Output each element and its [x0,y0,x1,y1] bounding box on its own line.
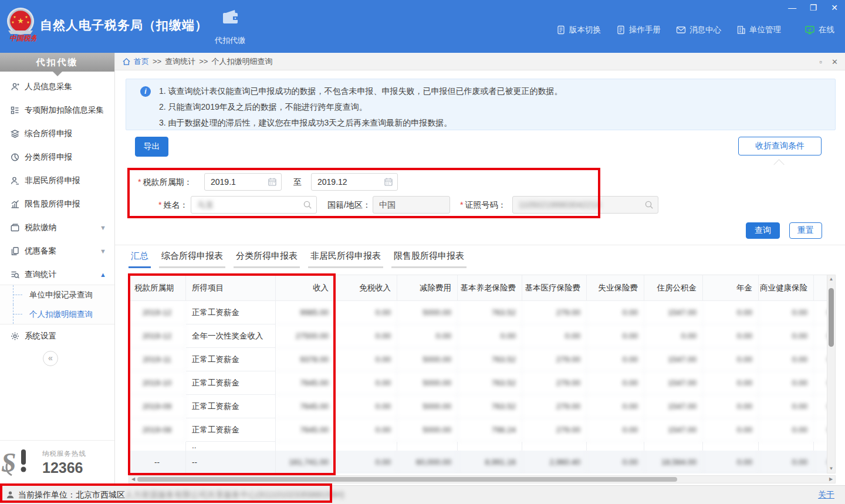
table-row: .. [129,442,827,451]
home-icon[interactable] [122,57,131,66]
breadcrumb-home[interactable]: 首页 [134,56,149,67]
table-cell: 0.00 [703,371,759,395]
scroll-up-arrow[interactable]: ▲ [827,275,835,283]
sidebar-item-query-statistics[interactable]: 查询统计 ▲ [0,263,114,286]
sidebar-item-special-deduction[interactable]: 专项附加扣除信息采集 [0,99,114,122]
panel-maximize-icon[interactable]: ▫ [819,57,822,66]
svg-text:中国税务: 中国税务 [9,34,36,42]
tab-withholding-module[interactable]: 代扣代缴 [207,8,254,46]
table-header-cell: 商业健康保险 [759,275,814,301]
search-list-icon [10,270,21,279]
id-number-input[interactable]: 11050219990304221X [512,196,658,214]
table-row: 2019-11正常工资薪金9378.000.005000.00763.52279… [129,348,827,371]
sidebar-item-classified-income[interactable]: 分类所得申报 [0,146,114,169]
scroll-right-arrow[interactable]: ▶ [827,476,835,483]
tab-summary[interactable]: 汇总 [129,251,151,268]
panel-close-icon[interactable]: ✕ [832,57,838,66]
sidebar-subitem-unit-declaration-query[interactable]: 单位申报记录查询 [0,285,114,305]
tab-comprehensive-income-return[interactable]: 综合所得申报表 [159,251,225,268]
period-from-input[interactable]: 2019.1 [204,173,282,191]
sidebar-item-preferential-filing[interactable]: 优惠备案 ▼ [0,239,114,263]
menu-manual[interactable]: 操作手册 [616,25,661,35]
search-button[interactable]: 查询 [746,222,780,239]
horizontal-scroll-thumb[interactable] [137,477,677,482]
reset-button[interactable]: 重置 [789,222,822,239]
scroll-down-arrow[interactable]: ▼ [827,465,835,473]
hotline-number: 12366 [42,459,86,476]
menu-online-status[interactable]: 在线 [805,25,834,35]
search-icon[interactable] [644,200,654,209]
panel-controls: ▫ ✕ [819,53,838,70]
calendar-icon[interactable] [268,177,277,187]
table-cell: 0.00 [759,395,814,418]
sidebar-item-comprehensive-income[interactable]: 综合所得申报 [0,122,114,146]
table-cell: 2,960.40 [522,451,587,473]
table-row: ----161,741.000.0060,000.008,991.162,960… [129,451,827,473]
vertical-scroll-thumb[interactable] [829,288,834,347]
period-to-input[interactable]: 2019.12 [311,173,398,191]
scroll-left-arrow[interactable]: ◀ [129,476,137,483]
table-cell: 0.00 [703,418,759,442]
header-menu: 版本切换 操作手册 消息中心 单位管理 在线 [556,25,834,35]
svg-text:★: ★ [25,15,28,19]
about-link[interactable]: 关于 [818,490,834,500]
layers-icon [10,129,21,138]
table-row: 2019-10正常工资薪金7645.000.005000.00763.52279… [129,371,827,395]
table-cell: 0.00 [335,371,397,395]
toggle-query-conditions-button[interactable]: 收折查询条件 [738,137,822,155]
table-horizontal-scrollbar[interactable]: ◀ ▶ [129,475,836,483]
sidebar-collapse-button[interactable]: « [43,351,58,366]
table-vertical-scrollbar[interactable]: ▲ ▼ [827,275,836,473]
table-cell: 正常工资薪金 [186,395,276,418]
gear-icon [10,332,21,341]
sidebar-item-tax-payment[interactable]: 税款缴纳 ▼ [0,216,114,239]
table-cell [276,442,335,451]
table-header-cell: 税款所属期 [129,275,186,301]
export-button[interactable]: 导出 [135,137,168,157]
table-cell [522,442,587,451]
menu-version-switch[interactable]: 版本切换 [556,25,601,35]
table-cell [814,442,827,451]
tab-classified-income-return[interactable]: 分类所得申报表 [234,251,300,268]
calendar-icon[interactable] [384,177,393,187]
sidebar-subitem-personal-withholding-query[interactable]: 个人扣缴明细查询 [0,305,114,324]
tax-emblem-logo: ★ ★ ★ ★ ★ 中国税务 [5,6,36,42]
table-header-cell: 税 [814,275,827,301]
status-bar: 当前操作单位： 北京市西城区 人力资源服务有限公司共享服务中心(91110102… [0,485,845,504]
tab-nonresident-income-return[interactable]: 非居民所得申报表 [308,251,383,268]
sidebar-item-nonresident-income[interactable]: 非居民所得申报 [0,169,114,192]
table-cell: 27500.00 [276,324,335,348]
restore-icon[interactable]: ❐ [809,3,818,12]
wallet-icon [10,223,21,232]
table-cell: 全年一次性奖金收入 [186,324,276,348]
name-input[interactable]: 马某 [191,196,317,214]
sidebar-item-restricted-stock[interactable]: 限售股所得申报 [0,192,114,216]
menu-unit-management[interactable]: 单位管理 [736,25,781,35]
tab-restricted-stock-return[interactable]: 限售股所得申报表 [391,251,467,268]
table-cell [397,442,458,451]
name-label: *姓名： [158,200,188,211]
minimize-icon[interactable]: — [787,3,797,12]
search-icon[interactable] [303,200,312,209]
menu-message-center[interactable]: 消息中心 [676,25,721,35]
sidebar-item-personnel-info[interactable]: 人员信息采集 [0,75,114,99]
table-row: 2019-09正常工资薪金7645.000.005000.00763.52279… [129,395,827,418]
table-header-cell: 所得项目 [186,275,276,301]
table-cell [335,442,397,451]
current-unit-redacted: 人力资源服务有限公司共享服务中心(91110102335988158H) [125,490,344,500]
document-icon [556,25,566,35]
table-cell: 5000.00 [397,348,458,371]
table-cell: 279.00 [522,301,587,324]
sidebar-item-system-settings[interactable]: 系统设置 [0,324,114,348]
range-join-label: 至 [293,177,302,188]
chevron-down-icon: ▼ [100,224,106,231]
table-cell: 0.00 [335,301,397,324]
building-icon [736,25,746,35]
table-cell: 0.00 [814,451,827,473]
table-cell: 正常工资薪金 [186,418,276,442]
table-cell: 279.00 [522,348,587,371]
close-icon[interactable]: ✕ [830,3,839,12]
table-cell [703,442,759,451]
table-cell: 7645.00 [276,395,335,418]
table-cell: 0.00 [814,395,827,418]
